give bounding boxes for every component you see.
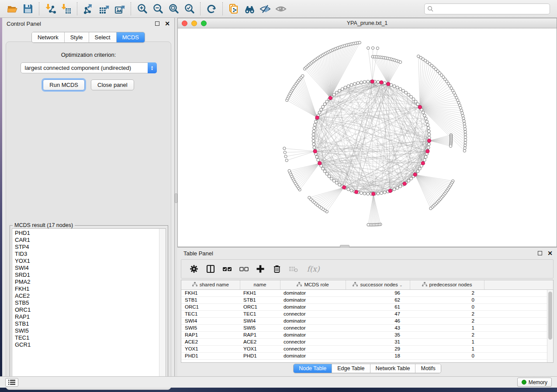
show-hide-button[interactable] bbox=[273, 1, 289, 16]
memory-label: Memory bbox=[529, 379, 547, 385]
node-table[interactable]: shared namenameMCDS rolesuccessor nodes … bbox=[181, 280, 554, 363]
task-history-button[interactable] bbox=[5, 378, 18, 387]
list-item[interactable]: TID3 bbox=[12, 251, 159, 258]
create-column-button[interactable] bbox=[254, 262, 267, 275]
float-panel-icon[interactable] bbox=[155, 21, 159, 26]
tab-mcds[interactable]: MCDS bbox=[117, 32, 145, 42]
unchecked-boxes-icon bbox=[239, 264, 249, 274]
export-image-button[interactable] bbox=[112, 1, 128, 16]
list-item[interactable]: SWI5 bbox=[12, 327, 159, 334]
list-item[interactable]: ORC1 bbox=[12, 306, 159, 313]
network-from-selection-button[interactable] bbox=[226, 1, 242, 16]
deselect-all-button[interactable] bbox=[237, 262, 250, 275]
close-panel-button[interactable]: Close panel bbox=[91, 79, 134, 90]
column-header[interactable]: shared name bbox=[181, 280, 240, 289]
list-item[interactable]: RAP1 bbox=[12, 313, 159, 320]
table-row[interactable]: SWI5SWI5connector431 bbox=[181, 324, 553, 331]
horizontal-splitter-handle[interactable] bbox=[340, 245, 349, 248]
close-panel-icon[interactable]: ✕ bbox=[547, 251, 553, 255]
list-item[interactable]: CAR1 bbox=[12, 237, 159, 244]
tab-edge-table[interactable]: Edge Table bbox=[332, 364, 370, 373]
export-table-button[interactable] bbox=[96, 1, 112, 16]
table-row[interactable]: ORC1ORC1dominator610 bbox=[181, 303, 553, 310]
search-input[interactable] bbox=[436, 6, 547, 12]
list-item[interactable]: SWI4 bbox=[12, 265, 159, 272]
column-namespace-icon bbox=[192, 282, 197, 287]
zoom-in-button[interactable] bbox=[134, 1, 150, 16]
list-item[interactable]: SRD1 bbox=[12, 272, 159, 279]
table-row[interactable]: SWI4SWI4dominator462 bbox=[181, 317, 553, 324]
float-panel-icon[interactable] bbox=[538, 251, 542, 255]
memory-button[interactable]: Memory bbox=[517, 378, 552, 387]
zoom-selected-button[interactable] bbox=[181, 1, 197, 16]
open-file-button[interactable] bbox=[4, 1, 20, 16]
find-button[interactable] bbox=[242, 1, 257, 16]
table-row[interactable]: TEC1TEC1connector472 bbox=[181, 310, 553, 317]
list-item[interactable]: GCR1 bbox=[12, 341, 159, 348]
tab-motifs[interactable]: Motifs bbox=[415, 364, 440, 373]
save-session-button[interactable] bbox=[20, 1, 36, 16]
network-graph[interactable] bbox=[178, 28, 557, 247]
zoom-selected-icon bbox=[183, 3, 195, 15]
select-all-button[interactable] bbox=[221, 262, 234, 275]
list-item[interactable]: FKH1 bbox=[12, 285, 159, 292]
zoom-out-icon bbox=[152, 3, 164, 15]
run-mcds-button[interactable]: Run MCDS bbox=[43, 79, 85, 90]
apply-layout-button[interactable] bbox=[204, 1, 219, 16]
checked-boxes-icon bbox=[222, 264, 232, 274]
import-table-button[interactable] bbox=[58, 1, 74, 16]
table-row[interactable]: STB1STB1dominator620 bbox=[181, 296, 553, 303]
column-header-filler bbox=[484, 280, 553, 289]
table-toolbar: f(x) bbox=[181, 259, 554, 279]
mcds-list-scrollbar[interactable] bbox=[159, 229, 166, 385]
list-item[interactable]: PMA2 bbox=[12, 279, 159, 285]
import-network-button[interactable] bbox=[42, 1, 58, 16]
network-window-titlebar[interactable]: YPA_prune.txt_1 bbox=[178, 18, 557, 28]
criterion-select[interactable]: largest connected component (undirected)… bbox=[21, 62, 157, 73]
table-row[interactable]: RAP1RAP1dominator352 bbox=[181, 331, 553, 338]
tab-node-table[interactable]: Node Table bbox=[294, 364, 332, 373]
close-panel-icon[interactable]: ✕ bbox=[165, 21, 170, 26]
toolbar-separator bbox=[77, 2, 77, 15]
list-item[interactable]: STP4 bbox=[12, 244, 159, 251]
search-box[interactable] bbox=[424, 3, 550, 14]
table-settings-button[interactable] bbox=[187, 262, 201, 275]
table-panel-title: Table Panel bbox=[183, 250, 213, 257]
table-row[interactable]: ACE2ACE2connector311 bbox=[181, 338, 553, 345]
binoculars-icon bbox=[243, 3, 256, 15]
export-image-icon bbox=[114, 3, 126, 15]
table-header[interactable]: shared namenameMCDS rolesuccessor nodes … bbox=[181, 280, 553, 289]
list-item[interactable]: TEC1 bbox=[12, 334, 159, 341]
tab-network-table[interactable]: Network Table bbox=[370, 364, 416, 373]
column-header[interactable]: successor nodes ⌄ bbox=[346, 280, 410, 289]
table-row[interactable]: PHD1PHD1dominator180 bbox=[181, 352, 553, 359]
tab-network[interactable]: Network bbox=[32, 32, 65, 42]
network-canvas[interactable] bbox=[178, 28, 557, 247]
mcds-result-list[interactable]: PHD1CAR1STP4TID3YOX1SWI4SRD1PMA2FKH1ACE2… bbox=[12, 228, 166, 385]
delete-column-button[interactable] bbox=[270, 262, 284, 275]
table-body[interactable]: FKH1FKH1dominator962STB1STB1dominator620… bbox=[181, 289, 553, 359]
search-icon bbox=[427, 6, 433, 12]
zoom-fit-button[interactable] bbox=[166, 1, 181, 16]
toggle-graphics-details-button[interactable] bbox=[257, 1, 273, 16]
eye-icon bbox=[275, 3, 287, 15]
list-item[interactable]: ACE2 bbox=[12, 292, 159, 299]
gear-icon bbox=[189, 264, 199, 274]
table-scrollbar-thumb[interactable] bbox=[548, 292, 552, 340]
list-item[interactable]: YOX1 bbox=[12, 258, 159, 265]
list-item[interactable]: STB1 bbox=[12, 320, 159, 327]
table-row[interactable]: YOX1YOX1connector291 bbox=[181, 345, 553, 352]
list-item[interactable]: STB5 bbox=[12, 299, 159, 306]
zoom-out-button[interactable] bbox=[150, 1, 166, 16]
column-header[interactable]: MCDS role bbox=[280, 280, 346, 289]
column-header[interactable]: name bbox=[240, 280, 280, 289]
tab-select[interactable]: Select bbox=[89, 32, 117, 42]
show-column-button[interactable] bbox=[204, 262, 217, 275]
delete-table-button bbox=[287, 262, 300, 275]
export-network-button[interactable] bbox=[80, 1, 96, 16]
table-row[interactable]: FKH1FKH1dominator962 bbox=[181, 289, 553, 296]
list-item[interactable]: PHD1 bbox=[12, 230, 159, 237]
tab-style[interactable]: Style bbox=[65, 32, 89, 42]
column-header[interactable]: predecessor nodes bbox=[410, 280, 484, 289]
table-scrollbar[interactable] bbox=[547, 290, 553, 362]
